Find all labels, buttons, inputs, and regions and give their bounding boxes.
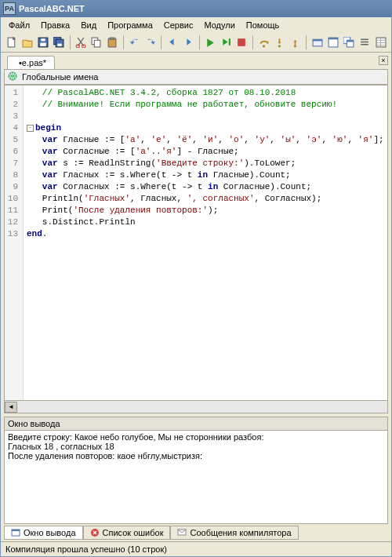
windows-icon[interactable] [342, 35, 357, 50]
svg-rect-28 [12, 530, 20, 531]
bottom-tab-message-icon[interactable]: Сообщения компилятора [170, 526, 298, 540]
step-into-icon[interactable] [272, 35, 287, 50]
redo-icon[interactable] [143, 35, 158, 50]
code-line[interactable]: var s := ReadlnString('Введите строку:')… [27, 158, 384, 169]
module-icon[interactable] [310, 35, 325, 50]
editor-tabs: •e.pas* × [1, 53, 391, 69]
code-line[interactable]: Println('Гласных', Гласных, ', согласных… [27, 193, 384, 205]
back-icon[interactable] [165, 35, 180, 50]
status-bar: Компиляция прошла успешно (10 строк) [1, 541, 391, 556]
menu-bar: ФайлПравкаВидПрограммаСервисМодулиПомощь [1, 17, 391, 33]
line-number: 11 [6, 205, 18, 217]
line-number: 5 [6, 134, 18, 146]
code-line[interactable]: var Гласных := s.Where(t -> t in Гласные… [27, 169, 384, 181]
toolbar-separator [252, 35, 253, 49]
svg-rect-21 [328, 38, 338, 39]
step-out-icon[interactable] [288, 35, 303, 50]
scroll-left-icon[interactable]: ◄ [5, 402, 17, 413]
menu-item-Файл[interactable]: Файл [4, 19, 34, 31]
svg-rect-10 [95, 40, 101, 47]
svg-rect-6 [57, 44, 61, 46]
open-file-icon[interactable] [20, 35, 34, 50]
code-line[interactable]: end. [27, 228, 384, 240]
menu-item-Модули[interactable]: Модули [199, 19, 239, 31]
save-icon[interactable] [35, 35, 50, 50]
undo-icon[interactable] [127, 35, 142, 50]
code-line[interactable]: // Внимание! Если программа не работает,… [27, 99, 384, 111]
fold-toggle-icon[interactable]: - [27, 125, 34, 132]
line-number: 7 [6, 158, 18, 169]
code-line[interactable]: s.Distinct.Println [27, 217, 384, 228]
app-title: PascalABC.NET [19, 4, 85, 13]
line-number: 2 [6, 99, 18, 111]
code-line[interactable]: // PascalABC.NET 3.4.2, сборка 1827 от 0… [27, 87, 384, 99]
cut-icon[interactable] [74, 35, 89, 50]
scope-input[interactable] [20, 71, 384, 82]
copy-icon[interactable] [89, 35, 104, 50]
error-icon [90, 528, 100, 537]
save-all-icon[interactable] [51, 35, 66, 50]
menu-item-Вид[interactable]: Вид [76, 19, 101, 31]
output-icon [11, 528, 20, 537]
menu-item-Сервис[interactable]: Сервис [159, 19, 198, 31]
tab-close-button[interactable]: × [379, 56, 388, 65]
code-line[interactable]: -begin [27, 122, 384, 134]
svg-point-16 [278, 45, 281, 47]
svg-point-15 [262, 45, 264, 47]
message-icon [177, 528, 187, 537]
horizontal-scrollbar[interactable]: ◄ [5, 400, 387, 413]
bottom-tab-error-icon[interactable]: Список ошибок [83, 526, 171, 540]
code-content[interactable]: // PascalABC.NET 3.4.2, сборка 1827 от 0… [24, 86, 387, 400]
list-icon[interactable] [358, 35, 372, 50]
code-line[interactable]: var Согласные := ['а'..'я'] - Гласные; [27, 146, 384, 158]
code-line[interactable]: var Гласные := ['а', 'е', 'ё', 'и', 'о',… [27, 134, 384, 146]
line-gutter: 12345678910111213 [5, 86, 24, 400]
paste-icon[interactable] [105, 35, 120, 50]
app-icon: PA [3, 2, 16, 15]
code-line[interactable]: var Согласных := s.Where(t -> t in Согла… [27, 181, 384, 193]
bottom-tab-label: Сообщения компилятора [190, 528, 291, 537]
bottom-tab-output-icon[interactable]: Окно вывода [4, 526, 83, 540]
line-number: 3 [6, 111, 18, 122]
line-number: 4 [6, 122, 18, 134]
bottom-tabs: Окно выводаСписок ошибокСообщения компил… [4, 526, 388, 540]
toolbar-separator [199, 35, 200, 49]
code-line[interactable]: Print('После удаления повторов:'); [27, 205, 384, 217]
menu-item-Программа[interactable]: Программа [103, 19, 158, 31]
toolbar-separator [306, 35, 307, 49]
scope-bar [4, 69, 388, 85]
stop-icon[interactable] [234, 35, 249, 50]
toolbar-separator [70, 35, 71, 49]
code-area[interactable]: 12345678910111213 // PascalABC.NET 3.4.2… [5, 86, 387, 400]
output-panel-title: Окно вывода [4, 417, 388, 430]
editor-tab-active[interactable]: •e.pas* [7, 56, 55, 69]
menu-item-Правка[interactable]: Правка [36, 19, 74, 31]
line-number: 8 [6, 169, 18, 181]
run-icon[interactable] [203, 35, 218, 50]
code-line[interactable] [27, 111, 384, 122]
globe-icon [8, 71, 17, 82]
run-step-icon[interactable] [219, 35, 234, 50]
toolbar-separator [123, 35, 124, 49]
bottom-tab-label: Окно вывода [24, 528, 76, 537]
toolbar-separator [161, 35, 162, 49]
code-editor: 12345678910111213 // PascalABC.NET 3.4.2… [4, 85, 388, 413]
props-icon[interactable] [373, 35, 388, 50]
output-panel[interactable]: Введите строку: Какое небо голубое, Мы н… [4, 430, 388, 524]
forward-icon[interactable] [180, 35, 195, 50]
step-over-icon[interactable] [256, 35, 271, 50]
svg-rect-2 [40, 43, 46, 46]
window-body: ФайлПравкаВидПрограммаСервисМодулиПомощь… [0, 17, 392, 557]
svg-rect-24 [347, 40, 354, 42]
menu-item-Помощь[interactable]: Помощь [241, 19, 285, 31]
line-number: 9 [6, 181, 18, 193]
svg-rect-13 [229, 38, 230, 46]
line-number: 1 [6, 87, 18, 99]
line-number: 10 [6, 193, 18, 205]
line-number: 13 [6, 228, 18, 240]
window-icon[interactable] [326, 35, 341, 50]
svg-rect-12 [111, 38, 114, 39]
svg-point-17 [294, 45, 296, 47]
new-file-icon[interactable] [4, 35, 19, 50]
toolbar [1, 33, 391, 53]
